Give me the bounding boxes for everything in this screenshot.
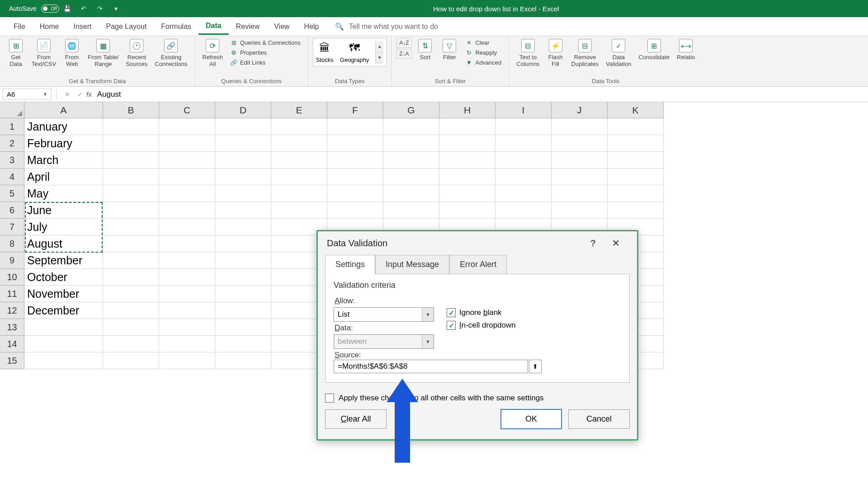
- relationships-button[interactable]: ⟷Relatio: [674, 38, 698, 61]
- cell[interactable]: [103, 185, 159, 202]
- cell[interactable]: [383, 202, 439, 219]
- formula-content[interactable]: August: [97, 90, 121, 99]
- remove-duplicates-button[interactable]: ⊟Remove Duplicates: [569, 38, 602, 68]
- cell[interactable]: [215, 135, 271, 152]
- refresh-all-button[interactable]: ⟳Refresh All: [200, 38, 226, 68]
- cell[interactable]: [103, 336, 159, 352]
- filter-button[interactable]: ▽Filter: [438, 38, 461, 61]
- cell[interactable]: [608, 152, 664, 169]
- row-header[interactable]: 6: [0, 202, 24, 219]
- cell[interactable]: [159, 135, 215, 152]
- ignore-blank-checkbox[interactable]: ✓Ignore blank: [447, 308, 516, 317]
- types-scroll[interactable]: ▲▼: [375, 41, 383, 63]
- cell[interactable]: [103, 252, 159, 269]
- cell[interactable]: [271, 152, 327, 169]
- column-header[interactable]: B: [103, 102, 159, 118]
- edit-links-button[interactable]: 🔗Edit Links: [227, 58, 303, 67]
- cell[interactable]: [24, 336, 103, 352]
- data-validation-button[interactable]: ✓Data Validation: [603, 38, 634, 68]
- cell[interactable]: [552, 169, 608, 185]
- cancel-button[interactable]: Cancel: [568, 409, 630, 429]
- queries-conn-button[interactable]: ⊞Queries & Connections: [227, 38, 303, 47]
- cell[interactable]: [103, 302, 159, 319]
- column-header[interactable]: A: [24, 102, 103, 118]
- cell[interactable]: [215, 169, 271, 185]
- cell[interactable]: [495, 185, 552, 202]
- qat-customize-icon[interactable]: ▾: [111, 3, 122, 14]
- incell-dropdown-checkbox[interactable]: ✓In-cell dropdown: [447, 321, 516, 330]
- cell[interactable]: September: [24, 252, 103, 269]
- cell[interactable]: February: [24, 135, 103, 152]
- tab-formulas[interactable]: Formulas: [154, 19, 198, 34]
- row-header[interactable]: 1: [0, 118, 24, 135]
- confirm-entry-icon[interactable]: ✓: [77, 91, 83, 98]
- cell[interactable]: [215, 352, 271, 369]
- clear-filter-button[interactable]: ✕Clear: [462, 38, 504, 47]
- cell[interactable]: [103, 169, 159, 185]
- cell[interactable]: [439, 185, 495, 202]
- cell[interactable]: July: [24, 219, 103, 235]
- dialog-tab-error-alert[interactable]: Error Alert: [449, 255, 507, 274]
- row-header[interactable]: 11: [0, 286, 24, 302]
- cell[interactable]: [271, 169, 327, 185]
- tab-file[interactable]: File: [6, 19, 33, 34]
- flash-fill-button[interactable]: ⚡Flash Fill: [544, 38, 567, 68]
- cell[interactable]: [327, 185, 383, 202]
- cell[interactable]: [103, 202, 159, 219]
- cell[interactable]: June: [24, 202, 103, 219]
- cell[interactable]: [552, 202, 608, 219]
- cell[interactable]: [215, 302, 271, 319]
- cell[interactable]: [439, 118, 495, 135]
- cell[interactable]: [495, 135, 552, 152]
- cell[interactable]: [608, 169, 664, 185]
- cell[interactable]: [159, 185, 215, 202]
- row-header[interactable]: 9: [0, 252, 24, 269]
- cell[interactable]: [608, 135, 664, 152]
- advanced-filter-button[interactable]: ▼Advanced: [462, 58, 504, 67]
- cell[interactable]: [552, 135, 608, 152]
- column-header[interactable]: K: [608, 102, 664, 118]
- cell[interactable]: [495, 169, 552, 185]
- cell[interactable]: [439, 135, 495, 152]
- cell[interactable]: [327, 118, 383, 135]
- row-header[interactable]: 12: [0, 302, 24, 319]
- cell[interactable]: [103, 152, 159, 169]
- cell[interactable]: December: [24, 302, 103, 319]
- column-header[interactable]: J: [552, 102, 608, 118]
- cell[interactable]: [439, 202, 495, 219]
- help-icon[interactable]: ?: [590, 238, 596, 249]
- row-header[interactable]: 10: [0, 269, 24, 286]
- row-header[interactable]: 15: [0, 352, 24, 369]
- from-table-button[interactable]: ▦From Table/ Range: [85, 38, 121, 68]
- cell[interactable]: [383, 169, 439, 185]
- row-header[interactable]: 2: [0, 135, 24, 152]
- cell[interactable]: [103, 352, 159, 369]
- row-header[interactable]: 4: [0, 169, 24, 185]
- from-text-button[interactable]: 📄From Text/CSV: [29, 38, 59, 68]
- row-header[interactable]: 8: [0, 235, 24, 252]
- cell[interactable]: [215, 219, 271, 235]
- autosave-toggle[interactable]: AutoSave Off: [9, 5, 59, 13]
- cell[interactable]: [608, 185, 664, 202]
- cell[interactable]: [271, 202, 327, 219]
- range-picker-icon[interactable]: ⬆: [529, 360, 542, 373]
- cell[interactable]: [159, 235, 215, 252]
- cell[interactable]: [103, 135, 159, 152]
- cell[interactable]: [327, 169, 383, 185]
- text-to-columns-button[interactable]: ⊟Text to Columns: [514, 38, 542, 68]
- cell[interactable]: [24, 352, 103, 369]
- undo-icon[interactable]: ↶: [78, 3, 89, 14]
- cell[interactable]: [215, 252, 271, 269]
- cell[interactable]: [159, 302, 215, 319]
- cell[interactable]: [271, 185, 327, 202]
- source-input[interactable]: [334, 360, 528, 373]
- column-header[interactable]: D: [215, 102, 271, 118]
- dialog-tab-input-message[interactable]: Input Message: [375, 255, 449, 274]
- tab-home[interactable]: Home: [33, 19, 66, 34]
- geography-type-button[interactable]: 🗺Geography: [340, 41, 369, 63]
- cell[interactable]: [552, 118, 608, 135]
- reapply-button[interactable]: ↻Reapply: [462, 48, 504, 57]
- cell[interactable]: [552, 152, 608, 169]
- redo-icon[interactable]: ↷: [94, 3, 105, 14]
- cell[interactable]: [383, 135, 439, 152]
